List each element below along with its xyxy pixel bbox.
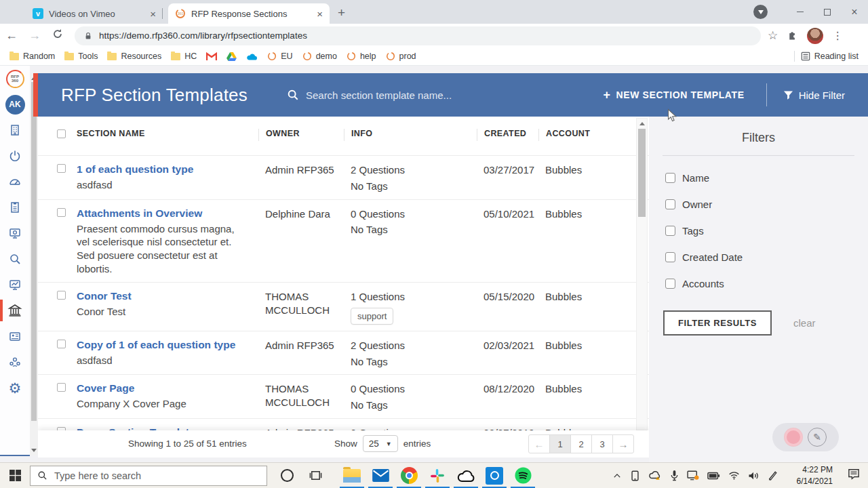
volume-icon[interactable] <box>748 471 760 481</box>
sidebar-item-profile[interactable]: AK <box>0 92 30 117</box>
page-button-2[interactable]: 2 <box>570 434 592 453</box>
scroll-down-arrow[interactable] <box>31 449 37 452</box>
bookmark-rfp-demo[interactable]: demo <box>302 52 337 61</box>
sidebar-item-team[interactable] <box>0 349 30 375</box>
reload-button[interactable] <box>46 28 69 43</box>
row-checkbox[interactable] <box>57 208 66 217</box>
page-button-3[interactable]: 3 <box>591 434 613 453</box>
bookmark-gmail[interactable] <box>206 52 217 61</box>
sidebar-scrollbar[interactable] <box>30 73 38 455</box>
wifi-icon[interactable] <box>728 471 740 480</box>
row-checkbox[interactable] <box>57 383 66 392</box>
start-button[interactable] <box>0 470 30 481</box>
browser-update-icon[interactable] <box>753 5 768 19</box>
clear-filters-link[interactable]: clear <box>793 317 816 329</box>
sidebar-item-documents[interactable] <box>0 195 30 220</box>
taskbar-search-input[interactable] <box>54 470 231 481</box>
browser-menu-icon[interactable]: ⋮ <box>832 29 843 42</box>
filter-option-owner[interactable]: Owner <box>665 199 868 210</box>
column-header-created[interactable]: CREATED <box>477 129 545 141</box>
tab-close-icon[interactable]: × <box>150 8 156 20</box>
created-date-filter-checkbox[interactable] <box>665 252 675 262</box>
bookmark-rfp-prod[interactable]: prod <box>386 52 416 61</box>
window-minimize-button[interactable] <box>787 0 814 24</box>
battery-icon[interactable] <box>707 472 720 480</box>
sidebar-item-presentation[interactable] <box>0 220 30 246</box>
tray-expand-chevron-icon[interactable] <box>612 471 622 481</box>
address-bar[interactable]: https://demo.rfp360.com/library/rfpsecti… <box>75 26 761 45</box>
sidebar-item-logo[interactable]: RFP 360 <box>0 66 30 92</box>
cortana-button[interactable] <box>273 463 301 488</box>
hide-filter-button[interactable]: Hide Filter <box>783 89 845 101</box>
microphone-icon[interactable] <box>670 470 679 481</box>
sidebar-item-organization[interactable] <box>0 117 30 143</box>
column-header-info[interactable]: INFO <box>344 129 484 141</box>
onedrive-alert-icon[interactable] <box>648 470 662 481</box>
sidebar-item-power[interactable] <box>0 143 30 169</box>
bookmark-folder-resources[interactable]: Resources <box>107 52 161 61</box>
new-section-template-button[interactable]: + NEW SECTION TEMPLATE <box>603 88 744 102</box>
section-name-link[interactable]: Cover Page <box>77 382 134 394</box>
page-button-1[interactable]: 1 <box>549 434 571 453</box>
section-name-link[interactable]: Copy of 1 of each question type <box>77 339 235 351</box>
column-header-owner[interactable]: OWNER <box>258 129 351 141</box>
record-button[interactable] <box>785 428 802 446</box>
tag-chip[interactable]: support <box>351 308 393 325</box>
bookmark-rfp-help[interactable]: help <box>347 52 376 61</box>
bookmark-google-drive[interactable] <box>226 52 237 61</box>
section-name-link[interactable]: Conor Test <box>77 290 132 302</box>
filter-option-tags[interactable]: Tags <box>665 225 868 237</box>
browser-profile-avatar[interactable] <box>807 28 823 44</box>
slack-button[interactable] <box>423 463 452 488</box>
action-center-button[interactable] <box>848 468 860 483</box>
taskbar-clock[interactable]: 4:22 PM 6/14/2021 <box>797 464 833 486</box>
name-filter-checkbox[interactable] <box>665 173 675 183</box>
extensions-puzzle-icon[interactable] <box>787 30 798 41</box>
row-checkbox[interactable] <box>57 164 66 173</box>
bookmark-folder-tools[interactable]: Tools <box>64 52 98 61</box>
bookmark-salesforce[interactable] <box>246 52 258 61</box>
row-checkbox[interactable] <box>57 340 66 348</box>
sidebar-item-dashboard[interactable] <box>0 169 30 195</box>
tab-rfp-response-sections[interactable]: 360 RFP Response Sections × <box>168 3 330 24</box>
window-close-button[interactable]: × <box>841 0 868 24</box>
window-maximize-button[interactable] <box>814 0 841 24</box>
screen-share-icon[interactable] <box>687 470 699 481</box>
back-button[interactable]: ← <box>0 28 23 43</box>
annotate-button[interactable]: ✎ <box>808 428 827 447</box>
table-scrollbar[interactable] <box>636 118 648 430</box>
accounts-filter-checkbox[interactable] <box>665 279 675 289</box>
recorder-app-button[interactable] <box>480 463 509 488</box>
device-icon[interactable] <box>630 470 640 481</box>
sidebar-item-search[interactable] <box>0 246 30 272</box>
bookmark-folder-random[interactable]: Random <box>9 52 55 61</box>
forward-button[interactable]: → <box>23 28 46 43</box>
prev-page-button[interactable]: ← <box>528 434 550 453</box>
filter-option-created-date[interactable]: Created Date <box>665 251 868 263</box>
search-input[interactable] <box>306 89 462 101</box>
task-view-button[interactable] <box>301 463 330 488</box>
page-size-select[interactable]: 25 ▼ <box>363 435 398 452</box>
sidebar-item-analytics[interactable] <box>0 272 30 298</box>
mail-button[interactable] <box>366 463 395 488</box>
sidebar-item-library[interactable] <box>0 298 30 323</box>
filter-option-name[interactable]: Name <box>665 172 868 184</box>
bookmark-star-icon[interactable]: ☆ <box>768 28 778 43</box>
tab-close-icon[interactable]: × <box>317 8 323 20</box>
taskbar-search[interactable] <box>30 466 267 486</box>
select-all-checkbox[interactable] <box>57 129 66 138</box>
file-explorer-button[interactable] <box>338 463 366 488</box>
template-search[interactable] <box>287 89 462 101</box>
chrome-button[interactable] <box>395 463 423 488</box>
new-tab-button[interactable]: + <box>338 5 345 20</box>
spotify-button[interactable] <box>509 463 537 488</box>
pen-icon[interactable] <box>768 470 777 481</box>
scrollbar-thumb[interactable] <box>638 129 646 217</box>
column-header-section-name[interactable]: SECTION NAME <box>77 129 265 141</box>
bookmark-rfp-eu[interactable]: EU <box>267 52 292 61</box>
sidebar-item-settings[interactable]: ⚙ <box>0 375 30 401</box>
section-name-link[interactable]: 1 of each question type <box>77 163 193 176</box>
filter-results-button[interactable]: FILTER RESULTS <box>663 310 772 336</box>
bookmark-folder-hc[interactable]: HC <box>171 52 197 61</box>
scroll-up-arrow[interactable] <box>639 122 645 125</box>
